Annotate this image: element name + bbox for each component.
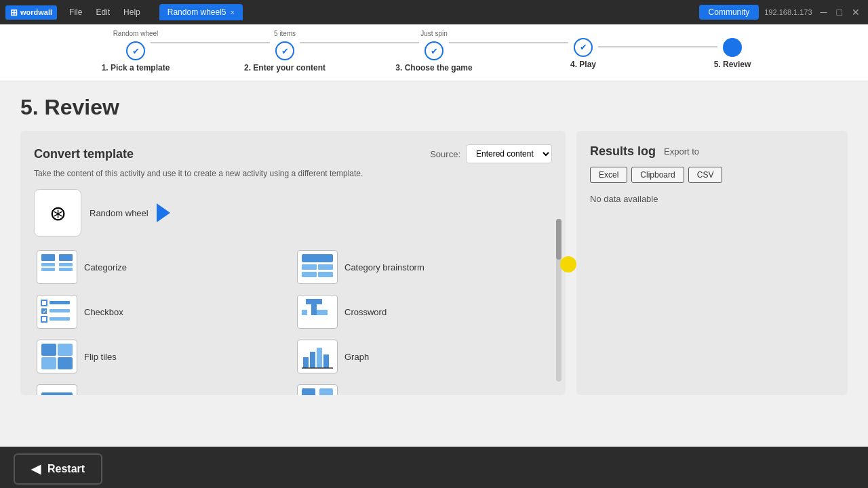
export-excel-button[interactable]: Excel — [590, 167, 627, 183]
svg-rect-22 — [311, 310, 317, 315]
scrollbar-track — [556, 219, 561, 382]
results-header: Results log Export to ExcelClipboardCSV — [590, 144, 834, 183]
title-bar-right: Community 192.168.1.173 ─ □ ✕ — [699, 5, 863, 20]
restart-icon: ◀ — [31, 462, 41, 476]
tab-close-btn[interactable]: × — [231, 8, 235, 16]
minimize-button[interactable]: ─ — [818, 7, 830, 18]
step-5-circle: • — [723, 38, 742, 57]
maximize-button[interactable]: □ — [834, 7, 845, 18]
export-to-label: Export to — [664, 146, 699, 157]
results-title: Results log — [590, 144, 656, 159]
logo-text: wordwall — [20, 8, 52, 16]
template-item-categorize[interactable]: Categorize — [34, 247, 289, 287]
svg-rect-18 — [306, 299, 311, 304]
community-button[interactable]: Community — [699, 5, 760, 20]
svg-rect-2 — [41, 263, 55, 266]
template-name-checkbox: Checkbox — [84, 307, 123, 317]
template-thumb-crossword — [297, 295, 338, 329]
step-1-name: 1. Pick a template — [102, 63, 170, 73]
main-content: 5. Review Convert template Source: Enter… — [0, 81, 868, 447]
svg-rect-35 — [41, 392, 73, 395]
scrollbar-thumb[interactable] — [556, 219, 561, 260]
left-panel-header: Convert template Source: Entered content — [34, 144, 552, 163]
step-2-circle: ✔ — [275, 41, 294, 60]
template-thumb-fliptiles — [37, 340, 77, 373]
svg-rect-15 — [50, 309, 70, 312]
close-button[interactable]: ✕ — [849, 7, 863, 18]
svg-rect-20 — [317, 299, 322, 304]
export-buttons: ExcelClipboardCSV — [590, 167, 722, 183]
menu-edit[interactable]: Edit — [90, 5, 115, 20]
source-label: Source: — [430, 149, 460, 159]
menu-items: File Edit Help — [64, 5, 146, 20]
bottom-bar: ◀ Restart — [0, 447, 868, 488]
restart-button[interactable]: ◀ Restart — [14, 453, 102, 485]
template-name-graph: Graph — [344, 352, 369, 362]
template-name-categorize: Categorize — [84, 262, 127, 272]
template-thumb-guessword — [37, 384, 77, 395]
svg-rect-8 — [318, 264, 333, 270]
svg-rect-21 — [311, 304, 317, 310]
ip-address: 192.168.1.173 — [764, 8, 812, 16]
svg-rect-12 — [50, 301, 70, 304]
template-name-brainstorm: Category brainstorm — [344, 262, 425, 272]
svg-rect-29 — [58, 357, 73, 369]
left-panel: Convert template Source: Entered content… — [20, 131, 566, 395]
right-panel: Results log Export to ExcelClipboardCSV … — [576, 131, 848, 395]
source-select[interactable]: Entered content — [466, 144, 552, 163]
template-thumb-categorize — [37, 250, 77, 284]
step-2-top-label: 5 items — [274, 30, 296, 37]
template-item-brainstorm[interactable]: Category brainstorm — [294, 247, 549, 287]
template-item-fliptiles[interactable]: Flip tiles — [34, 337, 289, 376]
template-name-fliptiles: Flip tiles — [84, 352, 117, 362]
svg-rect-11 — [41, 300, 47, 306]
template-item-higherower[interactable]: ↑ ↓ Higher or lower — [294, 382, 549, 395]
export-clipboard-button[interactable]: Clipboard — [631, 167, 684, 183]
step-3: Just spin✔3. Choose the game — [359, 30, 509, 73]
svg-rect-31 — [310, 352, 315, 368]
svg-rect-25 — [322, 310, 328, 315]
app-logo: ⊞ wordwall — [5, 5, 57, 20]
source-area: Source: Entered content — [430, 144, 552, 163]
restart-label: Restart — [47, 463, 85, 475]
step-1-top-label: Random wheel — [113, 30, 159, 37]
template-item-guessword[interactable]: Guess the word — [34, 382, 289, 395]
svg-text:✔: ✔ — [43, 309, 47, 314]
menu-file[interactable]: File — [64, 5, 87, 20]
menu-help[interactable]: Help — [118, 5, 146, 20]
template-thumb-higherower: ↑ ↓ — [297, 384, 338, 395]
svg-rect-26 — [41, 344, 56, 356]
wheel-icon: ⊛ — [50, 201, 66, 225]
convert-description: Take the content of this activity and us… — [34, 169, 552, 178]
template-thumb-checkbox: ✔ — [37, 295, 77, 329]
step-2: 5 items✔2. Enter your content — [210, 30, 359, 73]
svg-rect-16 — [41, 317, 47, 322]
active-tab[interactable]: Random wheel5 × — [159, 4, 243, 20]
step-1-circle: ✔ — [126, 41, 145, 60]
step-1: Random wheel✔1. Pick a template — [61, 30, 210, 73]
arrow-right-icon — [157, 203, 170, 222]
step-4: ✔4. Play — [509, 34, 658, 69]
step-4-name: 4. Play — [570, 60, 596, 69]
step-2-name: 2. Enter your content — [244, 63, 326, 73]
svg-rect-23 — [302, 310, 307, 315]
svg-rect-19 — [311, 299, 317, 304]
step-3-top-label: Just spin — [420, 30, 447, 37]
no-data-text: No data available — [590, 194, 834, 204]
panels-row: Convert template Source: Entered content… — [20, 131, 848, 395]
template-item-checkbox[interactable]: ✔ Checkbox — [34, 292, 289, 331]
export-csv-button[interactable]: CSV — [688, 167, 723, 183]
page-title: 5. Review — [20, 95, 848, 120]
tab-label: Random wheel5 — [167, 7, 226, 17]
svg-text:↓: ↓ — [322, 394, 327, 395]
template-item-graph[interactable]: Graph — [294, 337, 549, 376]
title-bar: ⊞ wordwall File Edit Help Random wheel5 … — [0, 0, 868, 24]
logo-icon: ⊞ — [10, 7, 18, 18]
step-3-circle: ✔ — [425, 41, 443, 60]
svg-rect-1 — [59, 254, 73, 261]
template-origin: ⊛ Random wheel — [34, 189, 552, 237]
template-item-crossword[interactable]: Crossword — [294, 292, 549, 331]
origin-icon-box: ⊛ — [34, 189, 81, 237]
origin-template-label: Random wheel — [90, 208, 149, 218]
svg-rect-0 — [41, 254, 55, 261]
